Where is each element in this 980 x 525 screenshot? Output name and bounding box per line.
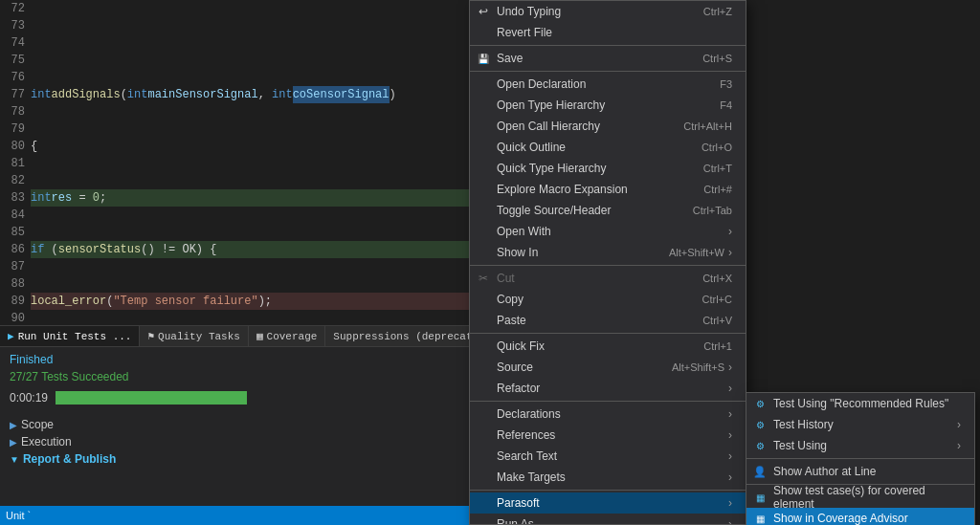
submenu-arrow: › — [728, 407, 732, 421]
menu-separator — [470, 265, 746, 266]
cut-icon: ✂ — [476, 271, 491, 286]
menu-undo-typing[interactable]: ↩ Undo Typing Ctrl+Z — [470, 1, 746, 22]
submenu-arrow: › — [728, 428, 732, 442]
menu-source[interactable]: Source Alt+Shift+S › — [470, 357, 746, 378]
submenu-test-history[interactable]: ⚙ Test History › — [746, 414, 974, 435]
submenu-arrow: › — [728, 382, 732, 395]
menu-parasoft[interactable]: Parasoft › — [470, 492, 746, 514]
expand-arrow: ▶ — [10, 420, 17, 430]
menu-separator — [470, 71, 746, 72]
unit-label: Unit ` — [0, 506, 469, 525]
tab-quality-tasks[interactable]: ⚑ Quality Tasks — [140, 326, 248, 347]
menu-declarations[interactable]: Declarations › — [470, 404, 746, 425]
menu-references[interactable]: References › — [470, 425, 746, 446]
menu-run-as[interactable]: Run As › — [470, 514, 746, 525]
submenu-test-using[interactable]: ⚙ Test Using › — [746, 435, 974, 456]
menu-quick-outline[interactable]: Quick Outline Ctrl+O — [470, 137, 746, 158]
submenu-show-author[interactable]: 👤 Show Author at Line — [746, 461, 974, 482]
menu-toggle-source[interactable]: Toggle Source/Header Ctrl+Tab — [470, 200, 746, 221]
tab-run-unit-tests[interactable]: ▶ Run Unit Tests ... — [0, 326, 140, 347]
progress-bar — [56, 391, 247, 405]
gear-icon: ⚙ — [752, 417, 768, 432]
code-lines: int addSignals(int mainSensorSignal, int… — [31, 0, 469, 325]
bottom-panel: ▶ Run Unit Tests ... ⚑ Quality Tasks ▦ C… — [0, 325, 469, 525]
submenu-show-coverage-advisor[interactable]: ▦ Show in Coverage Advisor — [746, 508, 974, 525]
submenu-arrow: › — [728, 225, 732, 238]
submenu-arrow: › — [957, 439, 961, 452]
menu-separator — [470, 490, 746, 491]
undo-icon: ↩ — [476, 4, 491, 19]
code-editor: 72 73 74 75 76 77 78 79 80 81 82 83 84 8… — [0, 0, 469, 325]
menu-paste[interactable]: Paste Ctrl+V — [470, 310, 746, 331]
save-icon: 💾 — [476, 51, 491, 66]
line-numbers: 72 73 74 75 76 77 78 79 80 81 82 83 84 8… — [0, 0, 31, 325]
submenu-arrow: › — [728, 361, 732, 374]
context-menu: ↩ Undo Typing Ctrl+Z Revert File 💾 Save … — [469, 0, 746, 525]
expand-arrow: ▼ — [10, 454, 19, 465]
menu-revert-file[interactable]: Revert File — [470, 22, 746, 43]
tab-coverage[interactable]: ▦ Coverage — [249, 326, 325, 347]
menu-quick-type-hierarchy[interactable]: Quick Type Hierarchy Ctrl+T — [470, 158, 746, 179]
tab-suppressions[interactable]: Suppressions (deprecated) — [325, 326, 469, 347]
run-icon: ▶ — [8, 326, 14, 347]
code-line — [31, 34, 469, 52]
menu-separator — [470, 401, 746, 402]
submenu-arrow: › — [957, 418, 961, 431]
tree-execution[interactable]: ▶ Execution — [10, 433, 459, 450]
quality-icon: ⚑ — [147, 326, 154, 347]
menu-show-in[interactable]: Show In Alt+Shift+W › — [470, 242, 746, 263]
menu-explore-macro[interactable]: Explore Macro Expansion Ctrl+# — [470, 179, 746, 200]
menu-search-text[interactable]: Search Text › — [470, 446, 746, 467]
menu-copy[interactable]: Copy Ctrl+C — [470, 289, 746, 310]
menu-quick-fix[interactable]: Quick Fix Ctrl+1 — [470, 336, 746, 357]
menu-open-declaration[interactable]: Open Declaration F3 — [470, 74, 746, 95]
panel-content: Finished 27/27 Tests Succeeded 0:00:19 ▶… — [0, 347, 469, 473]
status-finished: Finished — [10, 353, 459, 366]
coverage-icon: ▦ — [752, 490, 768, 505]
status-tests: 27/27 Tests Succeeded — [10, 370, 459, 383]
code-line: local_error("Temp sensor failure"); — [31, 293, 469, 310]
parasoft-submenu: ⚙ Test Using "Recommended Rules" ⚙ Test … — [746, 392, 975, 525]
menu-separator — [470, 333, 746, 334]
progress-fill — [56, 391, 247, 405]
coverage-icon: ▦ — [256, 326, 263, 347]
panel-tabs: ▶ Run Unit Tests ... ⚑ Quality Tasks ▦ C… — [0, 326, 469, 347]
menu-open-call-hierarchy[interactable]: Open Call Hierarchy Ctrl+Alt+H — [470, 116, 746, 137]
code-line: if (sensorStatus() != OK) { — [31, 241, 469, 258]
menu-save[interactable]: 💾 Save Ctrl+S — [470, 48, 746, 69]
menu-make-targets[interactable]: Make Targets › — [470, 467, 746, 488]
submenu-arrow: › — [728, 517, 732, 525]
submenu-arrow: › — [728, 246, 732, 259]
tree-scope[interactable]: ▶ Scope — [10, 416, 459, 433]
submenu-show-test-cases[interactable]: ▦ Show test case(s) for covered element — [746, 487, 974, 508]
submenu-test-recommended[interactable]: ⚙ Test Using "Recommended Rules" — [746, 393, 974, 414]
menu-open-with[interactable]: Open With › — [470, 221, 746, 242]
gear-icon: ⚙ — [752, 396, 768, 411]
code-line: { — [31, 138, 469, 155]
code-line: int addSignals(int mainSensorSignal, int… — [31, 86, 469, 103]
author-icon: 👤 — [752, 464, 768, 479]
status-time: 0:00:19 — [10, 387, 459, 408]
gear-icon: ⚙ — [752, 438, 768, 453]
submenu-separator — [746, 458, 974, 459]
menu-open-type-hierarchy[interactable]: Open Type Hierarchy F4 — [470, 95, 746, 116]
tree-report[interactable]: ▼ Report & Publish — [10, 450, 459, 468]
submenu-arrow: › — [728, 496, 732, 510]
expand-arrow: ▶ — [10, 437, 17, 448]
menu-cut[interactable]: ✂ Cut Ctrl+X — [470, 268, 746, 289]
menu-refactor[interactable]: Refactor › — [470, 378, 746, 399]
submenu-arrow: › — [728, 470, 732, 484]
menu-separator — [470, 45, 746, 46]
code-line: int res = 0; — [31, 189, 469, 207]
coverage-advisor-icon: ▦ — [752, 511, 768, 525]
submenu-arrow: › — [728, 449, 732, 463]
